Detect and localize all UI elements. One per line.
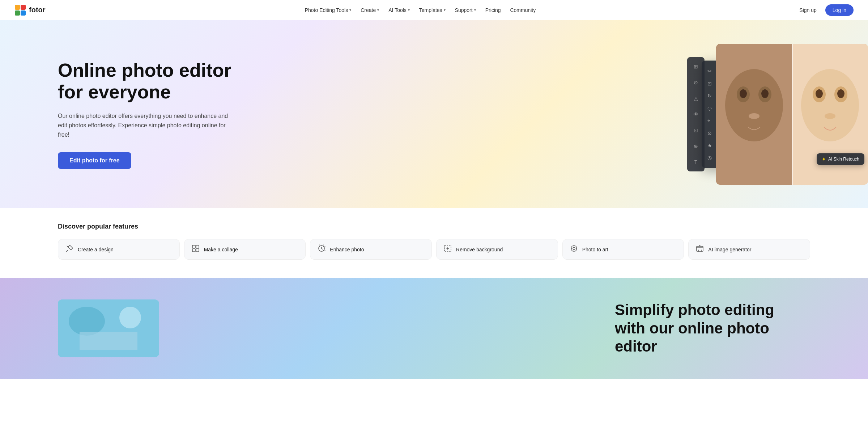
text-tool-icon[interactable]: T	[691, 157, 701, 167]
bottom-text-block: Simplify photo editing with our online p…	[615, 301, 796, 356]
feature-create-design[interactable]: Create a design	[58, 239, 180, 260]
fotor-logo-icon	[14, 4, 26, 16]
magic-remove-icon: ◎	[707, 155, 713, 161]
eye-tool-icon[interactable]: 👁	[691, 109, 701, 119]
nav-create[interactable]: Create ▾	[357, 5, 383, 15]
effects-icon: ★	[707, 142, 713, 148]
bottom-preview-svg	[58, 299, 159, 357]
svg-point-17	[825, 113, 835, 119]
nav-links: Photo Editing Tools ▾ Create ▾ AI Tools …	[301, 5, 540, 15]
before-after-divider	[792, 44, 793, 185]
nav-actions: Sign up Log in	[795, 4, 854, 16]
svg-point-10	[749, 113, 760, 119]
shape-tool-icon[interactable]: ⊡	[691, 125, 701, 135]
svg-rect-3	[21, 10, 26, 16]
features-section-title: Discover popular features	[58, 223, 810, 230]
feature-enhance-photo[interactable]: Enhance photo	[310, 239, 432, 260]
signup-button[interactable]: Sign up	[795, 5, 821, 15]
hero-image-area: ⊞ ⊙ △ 👁 ⊡ ⊕ T ✂ Crop ⊡ Resize ↻	[391, 20, 868, 208]
reshape-icon: ⌖	[707, 118, 713, 124]
ai-skin-retouch-badge: ✦ AI Skin Retouch	[817, 153, 864, 165]
photo-to-art-icon	[570, 244, 578, 254]
login-button[interactable]: Log in	[825, 4, 854, 16]
feature-remove-background[interactable]: Remove background	[436, 239, 558, 260]
nav-community[interactable]: Community	[506, 5, 539, 15]
photo-before	[716, 44, 792, 185]
remove-background-icon	[444, 244, 452, 254]
nav-pricing[interactable]: Pricing	[482, 5, 505, 15]
hero-content: Online photo editor for everyone Our onl…	[0, 38, 253, 191]
adjust-tool-icon[interactable]: ⊙	[691, 77, 701, 88]
rotate-icon: ↻	[707, 93, 713, 99]
svg-point-25	[573, 247, 575, 250]
resize-icon: ⊡	[707, 81, 713, 86]
ai-star-icon: ✦	[822, 156, 826, 162]
enhance-photo-icon	[318, 244, 326, 254]
svg-point-8	[740, 89, 747, 98]
svg-rect-2	[15, 10, 20, 16]
feature-remove-background-label: Remove background	[456, 247, 503, 252]
svg-rect-1	[21, 5, 26, 10]
svg-rect-30	[80, 332, 137, 350]
feature-enhance-photo-label: Enhance photo	[330, 247, 364, 252]
svg-point-15	[816, 89, 823, 98]
edit-photo-cta-button[interactable]: Edit photo for free	[58, 152, 131, 169]
chevron-down-icon: ▾	[474, 8, 476, 12]
face-before-svg	[716, 44, 792, 185]
features-cards-container: Create a design Make a collage Enhance p…	[58, 239, 810, 260]
ai-image-generator-icon	[696, 244, 704, 254]
teeth-icon: ⊙	[707, 130, 713, 136]
crop-icon: ✂	[707, 68, 713, 74]
bottom-preview-image	[58, 299, 159, 357]
create-design-icon	[65, 244, 73, 254]
chevron-down-icon: ▾	[408, 8, 410, 12]
logo[interactable]: fotor	[14, 4, 46, 16]
logo-text: fotor	[29, 6, 46, 14]
feature-photo-to-art-label: Photo to art	[582, 247, 608, 252]
svg-point-5	[725, 69, 783, 141]
svg-point-9	[761, 89, 769, 98]
nav-support[interactable]: Support ▾	[451, 5, 480, 15]
feature-create-design-label: Create a design	[78, 247, 114, 252]
nav-templates[interactable]: Templates ▾	[416, 5, 449, 15]
bottom-section: Simplify photo editing with our online p…	[0, 278, 868, 379]
feature-ai-image-generator-label: AI image generator	[708, 247, 751, 252]
blush-icon: ◌	[707, 105, 713, 111]
chevron-down-icon: ▾	[444, 8, 446, 12]
svg-point-27	[699, 245, 701, 246]
svg-rect-21	[196, 249, 199, 252]
people-tool-icon[interactable]: ⊕	[691, 141, 701, 151]
svg-rect-26	[697, 246, 703, 251]
svg-point-16	[837, 89, 844, 98]
svg-point-29	[69, 307, 105, 336]
make-collage-icon	[192, 244, 200, 254]
feature-photo-to-art[interactable]: Photo to art	[562, 239, 684, 260]
filter-tool-icon[interactable]: △	[691, 93, 701, 103]
nav-photo-editing-tools[interactable]: Photo Editing Tools ▾	[301, 5, 355, 15]
grid-tool-icon[interactable]: ⊞	[691, 61, 701, 72]
feature-make-collage-label: Make a collage	[204, 247, 238, 252]
chevron-down-icon: ▾	[377, 8, 379, 12]
svg-rect-0	[15, 5, 20, 10]
svg-rect-19	[196, 245, 199, 248]
bottom-section-title: Simplify photo editing with our online p…	[615, 301, 796, 356]
feature-make-collage[interactable]: Make a collage	[184, 239, 306, 260]
features-section: Discover popular features Create a desig…	[0, 208, 868, 278]
chevron-down-icon: ▾	[349, 8, 351, 12]
svg-rect-20	[192, 249, 195, 252]
nav-ai-tools[interactable]: AI Tools ▾	[385, 5, 413, 15]
hero-title: Online photo editor for everyone	[58, 60, 239, 103]
svg-point-31	[119, 307, 141, 328]
hero-photo-container: ⊞ ⊙ △ 👁 ⊡ ⊕ T ✂ Crop ⊡ Resize ↻	[680, 42, 868, 187]
navbar: fotor Photo Editing Tools ▾ Create ▾ AI …	[0, 0, 868, 20]
hero-section: Online photo editor for everyone Our onl…	[0, 20, 868, 208]
svg-rect-18	[192, 245, 195, 248]
hero-description: Our online photo editor offers everythin…	[58, 111, 239, 139]
feature-ai-image-generator[interactable]: AI image generator	[688, 239, 810, 260]
